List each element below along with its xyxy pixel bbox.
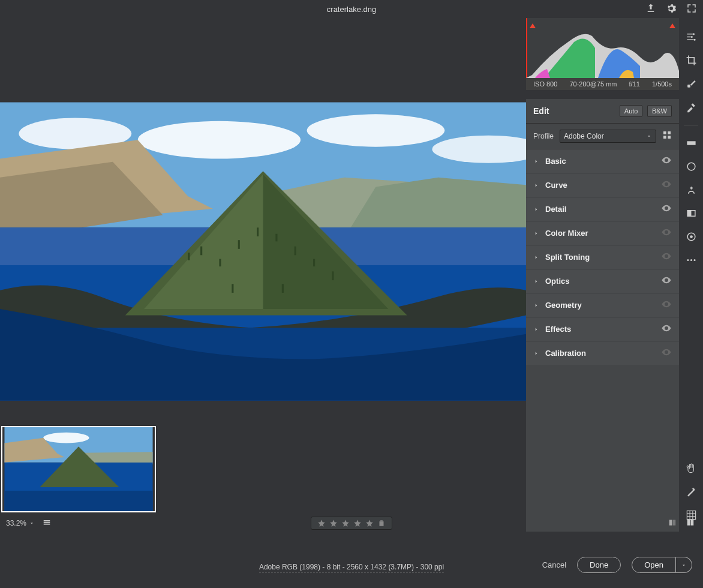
- zoom-control[interactable]: 33.2%: [6, 519, 35, 527]
- svg-rect-19: [275, 234, 277, 242]
- edit-sliders-icon[interactable]: [686, 31, 697, 43]
- open-button[interactable]: Open: [632, 557, 676, 573]
- compare-view-icon[interactable]: [667, 518, 678, 529]
- settings-icon[interactable]: [666, 3, 677, 16]
- chevron-right-icon: [533, 182, 539, 188]
- chevron-right-icon: [533, 326, 539, 332]
- accordion-label: Curve: [545, 181, 567, 190]
- accordion-split-toning[interactable]: Split Toning: [526, 245, 679, 269]
- accordion-label: Effects: [545, 325, 571, 334]
- svg-rect-20: [295, 247, 296, 256]
- auto-button[interactable]: Auto: [620, 105, 643, 117]
- svg-point-54: [687, 259, 689, 261]
- histogram[interactable]: ISO 800 70-200@75 mm f/11 1/500s: [526, 18, 679, 99]
- accordion-geometry[interactable]: Geometry: [526, 293, 679, 317]
- svg-rect-34: [673, 520, 676, 525]
- svg-rect-39: [526, 18, 527, 78]
- svg-rect-48: [687, 141, 695, 145]
- visibility-toggle-icon[interactable]: [661, 227, 672, 240]
- visibility-toggle-icon[interactable]: [661, 299, 672, 312]
- visibility-toggle-icon[interactable]: [661, 275, 672, 288]
- open-dropdown-button[interactable]: [676, 557, 692, 573]
- histogram-graph: [526, 18, 679, 78]
- svg-point-44: [692, 33, 694, 35]
- visibility-toggle-icon[interactable]: [661, 203, 672, 216]
- radial-gradient-icon[interactable]: [686, 161, 697, 172]
- chevron-down-icon: [29, 520, 35, 526]
- accordion-effects[interactable]: Effects: [526, 317, 679, 341]
- zoom-value: 33.2%: [6, 519, 26, 527]
- svg-rect-33: [669, 520, 672, 525]
- shadow-clip-warning-icon[interactable]: [529, 22, 536, 29]
- exif-metadata-row: ISO 800 70-200@75 mm f/11 1/500s: [526, 78, 679, 90]
- svg-rect-35: [687, 520, 690, 525]
- chevron-right-icon: [533, 230, 539, 236]
- chevron-right-icon: [533, 206, 539, 212]
- lens-label: 70-200@75 mm: [569, 80, 617, 88]
- main-image[interactable]: [0, 48, 526, 455]
- more-icon[interactable]: [686, 254, 697, 266]
- fullscreen-icon[interactable]: [686, 3, 697, 16]
- accordion-label: Split Toning: [545, 253, 590, 262]
- cancel-button[interactable]: Cancel: [542, 560, 566, 569]
- crop-icon[interactable]: [686, 55, 697, 66]
- visibility-toggle-icon[interactable]: [661, 251, 672, 264]
- list-icon[interactable]: [41, 518, 53, 529]
- svg-point-3: [307, 114, 445, 146]
- svg-marker-37: [530, 23, 536, 28]
- trash-icon: [377, 519, 386, 527]
- before-after-icon[interactable]: [685, 518, 696, 529]
- chevron-right-icon: [533, 254, 539, 260]
- brush-plus-icon[interactable]: [686, 184, 697, 196]
- accordion-curve[interactable]: Curve: [526, 173, 679, 197]
- accordion-optics[interactable]: Optics: [526, 269, 679, 293]
- svg-rect-16: [219, 259, 221, 267]
- iso-label: ISO 800: [533, 80, 557, 88]
- svg-rect-51: [687, 211, 691, 217]
- accordion-label: Color Mixer: [545, 229, 588, 238]
- accordion-detail[interactable]: Detail: [526, 197, 679, 221]
- accordion-label: Calibration: [545, 349, 586, 358]
- accordion-label: Geometry: [545, 301, 582, 310]
- rating-control[interactable]: [311, 517, 392, 530]
- accordion-basic[interactable]: Basic: [526, 149, 679, 173]
- eyedropper-icon[interactable]: [686, 101, 697, 113]
- profile-browser-icon[interactable]: [662, 130, 672, 142]
- image-info-link[interactable]: Adobe RGB (1998) - 8 bit - 2560 x 1432 (…: [259, 563, 444, 572]
- filename-label: craterlake.dng: [327, 5, 376, 14]
- visibility-toggle-icon[interactable]: [661, 179, 672, 192]
- redeye-icon[interactable]: [686, 231, 697, 242]
- done-button[interactable]: Done: [577, 557, 621, 573]
- bw-button[interactable]: B&W: [647, 105, 672, 117]
- profile-row: Profile Adobe Color: [526, 124, 679, 149]
- footer: Adobe RGB (1998) - 8 bit - 2560 x 1432 (…: [0, 550, 703, 588]
- star-icon: [329, 519, 338, 527]
- accordion-color-mixer[interactable]: Color Mixer: [526, 221, 679, 245]
- accordion-label: Optics: [545, 277, 569, 286]
- healing-brush-icon[interactable]: [686, 78, 697, 89]
- gradient-panel-icon[interactable]: [686, 208, 697, 219]
- svg-rect-21: [313, 259, 315, 267]
- svg-rect-18: [257, 227, 259, 236]
- aperture-label: f/11: [629, 80, 640, 88]
- star-icon: [353, 519, 362, 527]
- svg-point-46: [693, 39, 695, 41]
- svg-point-55: [690, 259, 692, 261]
- accordion-label: Basic: [545, 157, 566, 166]
- svg-point-53: [690, 235, 693, 238]
- linear-gradient-icon[interactable]: [686, 137, 697, 149]
- svg-rect-43: [668, 136, 671, 139]
- tool-strip: [679, 18, 703, 532]
- edit-title: Edit: [533, 106, 549, 116]
- profile-select[interactable]: Adobe Color: [560, 130, 656, 143]
- separator: [684, 125, 698, 125]
- visibility-toggle-icon[interactable]: [661, 155, 672, 168]
- hand-icon[interactable]: [686, 463, 697, 474]
- image-canvas-area: 33.2%: [0, 18, 526, 532]
- visibility-toggle-icon[interactable]: [661, 323, 672, 336]
- visibility-toggle-icon[interactable]: [661, 347, 672, 360]
- export-icon[interactable]: [645, 3, 656, 16]
- accordion-calibration[interactable]: Calibration: [526, 341, 679, 365]
- highlight-clip-warning-icon[interactable]: [669, 22, 676, 29]
- magic-wand-icon[interactable]: [686, 486, 697, 497]
